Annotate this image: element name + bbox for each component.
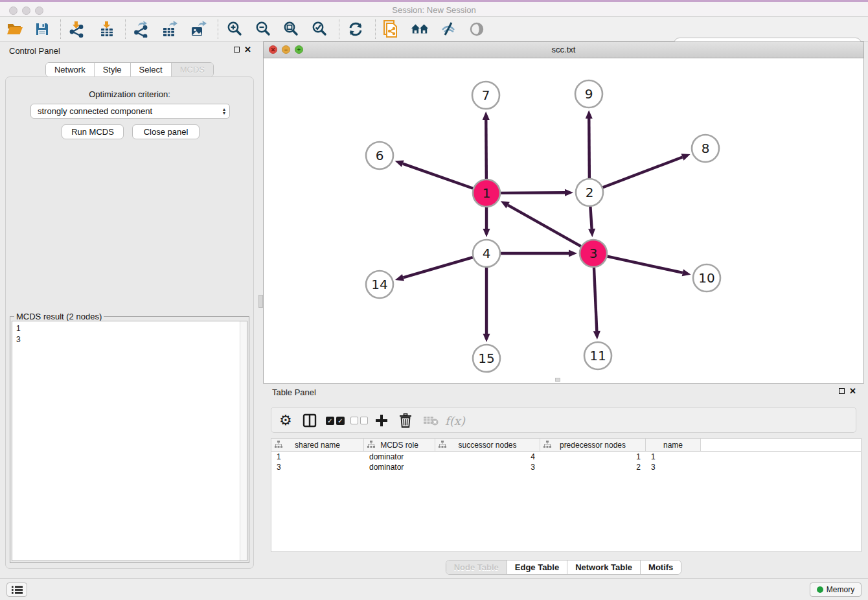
tab-select[interactable]: Select [131,63,172,76]
zoom-fit-icon[interactable] [282,20,300,38]
graph-node-label: 14 [371,277,387,292]
graph-node-label: 9 [585,86,593,102]
table-panel-tabs: Node Table Edge Table Network Table Moti… [263,560,864,575]
optimization-criterion-select[interactable]: strongly connected component ▴▾ [30,104,230,119]
show-all-icon[interactable] [468,20,486,38]
column-header-name[interactable]: name [646,439,701,451]
hide-selected-icon[interactable] [439,20,457,38]
tab-node-table[interactable]: Node Table [446,560,507,574]
attribute-tree-icon [543,441,551,448]
apply-layout-icon[interactable] [347,20,365,38]
network-view-window: ✕ − + scc.txt 7968124314101511 [263,41,864,384]
tab-style[interactable]: Style [95,63,131,76]
table-panel-close-icon[interactable]: ✕ [849,387,856,395]
column-header-predecessor-nodes[interactable]: predecessor nodes [540,439,646,451]
node-table: shared name MCDS role successor nodes pr… [271,438,862,552]
graph-edge-1-6[interactable] [403,164,473,189]
optimization-criterion-value: strongly connected component [38,106,152,116]
export-image-icon[interactable] [189,20,207,38]
cell-shared-name[interactable]: 3 [271,462,364,472]
select-all-columns-icon[interactable]: ✓✓ [326,412,345,429]
cell-shared-name[interactable]: 1 [271,452,364,462]
mcds-result-scrollbar[interactable] [240,321,247,560]
cell-successor-nodes[interactable]: 4 [435,452,540,462]
new-network-from-selection-icon[interactable] [382,20,400,38]
export-table-icon[interactable] [161,20,179,38]
tab-motifs[interactable]: Motifs [641,560,681,574]
tab-network-table[interactable]: Network Table [567,560,641,574]
application-window: Session: New Session [0,0,868,600]
import-network-icon[interactable] [67,20,86,38]
cell-predecessor-nodes[interactable]: 1 [540,452,646,462]
cell-successor-nodes[interactable]: 3 [435,462,540,472]
cell-mcds-role[interactable]: dominator [364,462,435,472]
table-panel-title: Table Panel [272,387,316,397]
attribute-tree-icon [275,441,282,448]
graph-edge-2-3[interactable] [590,207,591,229]
graph-edge-arrowhead [681,154,691,160]
panel-splitter-handle[interactable] [258,295,263,308]
graph-edge-2-9[interactable] [589,119,589,178]
delete-column-icon[interactable] [399,412,412,429]
tab-edge-table[interactable]: Edge Table [507,560,567,574]
task-history-button[interactable] [6,583,27,597]
cell-name[interactable]: 3 [646,462,701,472]
optimization-criterion-label: Optimization criterion: [6,89,253,99]
function-builder-icon: f(x) [445,412,465,429]
graph-node-label: 15 [478,351,494,366]
cell-mcds-role[interactable]: dominator [364,452,435,462]
network-canvas[interactable]: 7968124314101511 [264,58,863,383]
graph-edge-arrowhead [569,250,577,257]
control-panel-float-icon[interactable] [234,47,240,52]
close-panel-button[interactable]: Close panel [132,124,200,139]
import-table-icon[interactable] [98,20,116,38]
graph-edge-3-10[interactable] [607,257,682,273]
status-bar: Memory [0,578,868,600]
open-icon[interactable] [6,20,24,38]
canvas-scrollbar-thumb[interactable] [555,378,560,382]
add-column-icon[interactable] [375,412,388,429]
tab-network[interactable]: Network [46,63,95,76]
zoom-in-icon[interactable] [225,20,244,38]
table-panel-mode-icon[interactable] [303,412,317,429]
graph-edge-1-7[interactable] [486,120,486,179]
run-mcds-button[interactable]: Run MCDS [62,124,124,139]
deselect-all-columns-icon[interactable] [350,412,368,429]
column-header-successor-nodes[interactable]: successor nodes [435,439,540,451]
memory-label: Memory [827,585,854,594]
zoom-out-icon[interactable] [254,20,272,38]
network-window-titlebar[interactable]: ✕ − + scc.txt [264,42,863,58]
column-header-mcds-role[interactable]: MCDS role [364,439,435,451]
table-panel-float-icon[interactable] [839,388,845,394]
graph-edge-3-1[interactable] [508,205,581,247]
export-network-icon[interactable] [132,20,150,38]
mcds-panel: Optimization criterion: strongly connect… [5,76,254,569]
attribute-tree-icon [367,441,375,448]
cell-name[interactable]: 1 [646,452,701,462]
table-toolbar: ⚙ ✓✓ f(x) [271,407,856,433]
graph-edge-2-8[interactable] [603,157,683,187]
graph-edge-arrowhead [395,160,404,167]
control-panel-title: Control Panel [9,46,60,56]
zoom-selected-icon[interactable] [310,20,328,38]
graph-edge-1-2[interactable] [501,192,565,193]
cell-predecessor-nodes[interactable]: 2 [540,462,646,472]
tab-mcds[interactable]: MCDS [172,63,213,76]
control-panel-close-icon[interactable]: ✕ [244,46,251,53]
first-neighbors-icon[interactable] [411,20,429,38]
graph-edge-arrowhead [483,229,490,237]
table-settings-icon[interactable]: ⚙ [279,412,292,429]
titlebar: Session: New Session [0,0,868,17]
save-icon[interactable] [33,20,51,38]
mcds-result-box[interactable]: 1 3 [12,321,247,561]
memory-button[interactable]: Memory [810,583,862,597]
table-row[interactable]: 1 dominator 4 1 1 [271,452,861,462]
graph-edge-arrowhead [565,189,573,196]
graph-edge-4-14[interactable] [403,257,472,277]
attribute-tree-icon [439,441,446,448]
graph-node-label: 3 [589,246,598,261]
column-header-shared-name[interactable]: shared name [271,439,364,451]
table-row[interactable]: 3 dominator 3 2 3 [271,462,861,472]
graph-edge-3-11[interactable] [594,268,597,331]
graph-edge-arrowhead [395,274,404,281]
